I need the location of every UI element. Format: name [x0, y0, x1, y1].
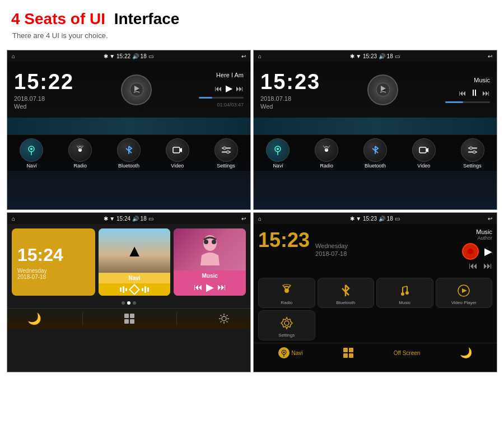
settings-icon-3-bottom	[218, 312, 230, 325]
svg-point-29	[401, 292, 404, 296]
vol-icon-2: 🔊	[379, 53, 385, 59]
icon-settings-2[interactable]: Settings	[461, 138, 484, 169]
svg-point-19	[473, 151, 475, 153]
next-btn-1[interactable]: ⏭	[236, 84, 244, 93]
status-right-4: ↩	[488, 216, 492, 222]
mc-next-3[interactable]: ⏭	[217, 282, 226, 292]
prev-btn-2[interactable]: ⏮	[459, 88, 466, 97]
status-bar-1: ⌂ ✱ ▼ 15:22 🔊 18 ▭ ↩	[7, 50, 250, 62]
screen-icon-4: ▭	[395, 216, 400, 222]
pause-btn-2[interactable]: ⏸	[470, 88, 479, 98]
s3-moon-btn[interactable]: 🌙	[27, 312, 41, 325]
record-btn-4[interactable]	[462, 243, 479, 260]
time-1: 15:22	[116, 53, 130, 59]
svg-rect-35	[343, 348, 348, 352]
s4-moon-btn[interactable]: 🌙	[460, 347, 472, 359]
status-bar-4: ⌂ ✱ ▼ 15:23 🔊 18 ▭ ↩	[254, 213, 497, 224]
screen-icon-2: ▭	[395, 53, 400, 59]
prev-btn-1[interactable]: ⏮	[214, 84, 222, 93]
moon-icon-3: 🌙	[27, 312, 41, 325]
svg-rect-36	[349, 348, 353, 352]
mc-play-3[interactable]: ▶	[206, 281, 214, 293]
signal-icon-3: ▼	[109, 216, 115, 222]
video-label-1: Video	[171, 163, 184, 169]
page-header: 4 Seats of UI Interface There are 4 UI i…	[0, 0, 504, 44]
back-icon-1[interactable]: ↩	[241, 53, 246, 59]
bluetooth-label-2: Bluetooth	[365, 163, 386, 169]
s4-controls[interactable]: ▶	[462, 243, 492, 260]
icon-navi-1[interactable]: Navi	[20, 138, 43, 169]
music-right-1: Here I Am ⏮ ▶ ⏭ 01:04/03:47	[199, 72, 244, 108]
record-dot-4	[468, 249, 473, 254]
time-4: 15:23	[363, 216, 377, 222]
icon-video-2[interactable]: Video	[412, 138, 436, 169]
clock-date-2: 2018.07.18	[260, 95, 320, 102]
divider-3a	[82, 312, 83, 325]
s4-clock-time: 15:23	[258, 228, 310, 252]
play-btn-1[interactable]: ▶	[226, 83, 232, 94]
battery-3: 18	[141, 216, 147, 222]
mc-prev-3[interactable]: ⏮	[194, 282, 203, 292]
status-right-3: ↩	[241, 216, 246, 222]
s4-offscreen-btn[interactable]: Off Screen	[394, 350, 421, 356]
teal-bar-1	[7, 118, 250, 134]
icon-navi-2[interactable]: Navi	[266, 138, 290, 169]
s4-music-area: Music Author ▶ ⏮ ⏭	[462, 228, 492, 271]
s4-icon-music[interactable]: Music	[376, 278, 433, 308]
icon-settings-1[interactable]: Settings	[214, 138, 238, 169]
music-controls-2[interactable]: ⏮ ⏸ ⏭	[459, 88, 490, 98]
icon-bluetooth-2[interactable]: Bluetooth	[363, 138, 387, 169]
s4-date-area: Wednesday 2018-07-18	[315, 228, 348, 271]
bt-icon-4: ✱	[350, 216, 354, 222]
status-bar-2: ⌂ ✱ ▼ 15:23 🔊 18 ▭ ↩	[254, 50, 497, 62]
s4-music-author: Author	[477, 235, 492, 241]
svg-rect-23	[124, 314, 129, 318]
page-subtitle: There are 4 UI is your choice.	[11, 31, 493, 40]
status-bar-3: ⌂ ✱ ▼ 15:24 🔊 18 ▭ ↩	[7, 213, 250, 224]
s4-grid-icon	[343, 347, 354, 358]
back-icon-3[interactable]: ↩	[241, 216, 246, 222]
icon-radio-1[interactable]: Radio	[68, 138, 92, 169]
card-navi-3[interactable]: ▲ Navi	[99, 228, 171, 296]
music-controls-1[interactable]: ⏮ ▶ ⏭	[214, 83, 244, 94]
s4-icon-settings[interactable]: Settings	[258, 310, 315, 340]
icon-bluetooth-1[interactable]: Bluetooth	[117, 138, 141, 169]
screen4-bottom: Navi Off Screen 🌙	[254, 343, 497, 362]
status-center-2: ✱ ▼ 15:23 🔊 18 ▭	[350, 53, 400, 59]
music-card-controls-3[interactable]: ⏮ ▶ ⏭	[176, 281, 244, 293]
card-clock-3[interactable]: 15:24 Wednesday 2018-07-18	[12, 228, 95, 296]
home-icon-2[interactable]: ⌂	[258, 53, 262, 59]
clock-area-2: 15:23 2018.07.18 Wed	[260, 70, 320, 110]
next-btn-2[interactable]: ⏭	[482, 88, 490, 97]
back-icon-4[interactable]: ↩	[488, 216, 492, 222]
home-icon-1[interactable]: ⌂	[12, 53, 15, 59]
s4-icon-videoplayer[interactable]: Video Player	[436, 278, 493, 308]
s4-radio-symbol	[279, 283, 295, 298]
s4-icon-radio[interactable]: Radio	[258, 278, 315, 308]
s4-nav-controls[interactable]: ⏮ ⏭	[469, 261, 492, 271]
s4-icon-bluetooth[interactable]: Bluetooth	[318, 278, 375, 308]
progress-bar-2	[445, 101, 490, 103]
bt-icon-2: ✱	[350, 53, 354, 59]
card-music-3[interactable]: Music ⏮ ▶ ⏭	[174, 228, 246, 296]
s4-next-btn[interactable]: ⏭	[483, 261, 492, 271]
s3-grid-btn[interactable]	[123, 312, 136, 325]
s3-settings-btn[interactable]	[218, 312, 230, 325]
radio-icon-1	[68, 138, 92, 162]
home-icon-4[interactable]: ⌂	[258, 216, 262, 222]
s4-play-btn[interactable]: ▶	[484, 245, 492, 258]
icon-video-1[interactable]: Video	[166, 138, 189, 169]
back-icon-2[interactable]: ↩	[488, 53, 492, 59]
s4-clock-area: 15:23	[258, 228, 310, 271]
svg-point-18	[469, 147, 472, 150]
home-icon-3[interactable]: ⌂	[12, 216, 15, 222]
s4-navi-btn[interactable]: Navi	[278, 347, 303, 358]
s4-prev-btn[interactable]: ⏮	[469, 261, 478, 271]
s4-grid-btn[interactable]	[343, 347, 354, 358]
signal-icon-4: ▼	[356, 216, 361, 222]
navi-icon-1	[20, 138, 43, 162]
music-card-label-3: Music ⏮ ▶ ⏭	[174, 270, 246, 296]
icon-radio-2[interactable]: Radio	[315, 138, 338, 169]
bluetooth-label-1: Bluetooth	[118, 163, 139, 169]
clock-area-1: 15:22 2018.07.18 Wed	[14, 70, 74, 110]
